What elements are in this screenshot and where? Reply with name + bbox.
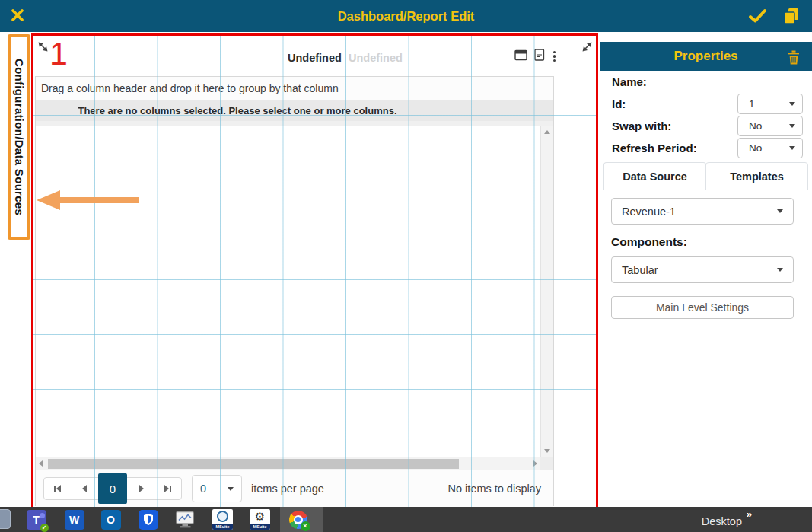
word-icon[interactable]: W xyxy=(64,509,84,530)
main-level-settings-button[interactable]: Main Level Settings xyxy=(611,296,794,319)
outlook-icon[interactable]: O xyxy=(100,509,121,530)
report-file-icon[interactable] xyxy=(534,49,545,64)
horizontal-scrollbar[interactable] xyxy=(36,457,540,470)
msuite-app-label: MSuite xyxy=(212,524,233,530)
next-page-icon[interactable] xyxy=(128,478,154,499)
sidebar-tab-configuration-data-sources[interactable]: Configuration/Data Sources xyxy=(8,34,30,240)
refresh-period-select[interactable]: No xyxy=(737,138,803,158)
copy-icon[interactable] xyxy=(782,7,800,28)
check-icon[interactable] xyxy=(748,8,767,27)
resize-ne-handle-icon[interactable] xyxy=(581,40,594,56)
system-monitor-icon[interactable] xyxy=(175,509,196,530)
caret-down-icon xyxy=(789,102,795,106)
component-title: Undefined xyxy=(288,52,342,64)
chrome-icon[interactable]: × xyxy=(288,509,308,530)
scroll-down-icon[interactable] xyxy=(544,449,550,453)
grid-pager: 0 0 items per page No items to display xyxy=(36,470,553,507)
first-page-icon[interactable] xyxy=(44,478,71,499)
items-per-page-label: items per page xyxy=(251,483,324,495)
teams-status-check: ✓ xyxy=(40,524,49,532)
pager-status: No items to display xyxy=(448,483,542,495)
field-row-refresh: Refresh Period: No xyxy=(600,137,812,159)
component-number-label: 1 xyxy=(49,36,68,72)
grid-group-hint: Drag a column header and drop it here to… xyxy=(41,82,339,94)
components-select[interactable]: Tabular xyxy=(611,256,794,283)
msuite-globe-logo xyxy=(217,511,228,522)
refresh-period-label: Refresh Period: xyxy=(612,142,697,155)
vertical-scrollbar[interactable] xyxy=(540,126,553,457)
text-caret xyxy=(387,51,387,64)
dashboard-component-1[interactable]: 1 Undefined Undefined Drag a column head… xyxy=(31,33,598,507)
properties-panel: Properties Name: Id: 1 Swap with: No Ref… xyxy=(600,32,812,507)
tab-templates[interactable]: Templates xyxy=(705,162,808,190)
components-value: Tabular xyxy=(622,264,658,276)
outlook-letter: O xyxy=(107,514,115,526)
swap-with-label: Swap with: xyxy=(612,119,671,132)
component-subtitle-placeholder[interactable]: Undefined xyxy=(349,52,403,64)
field-row-id: Id: 1 xyxy=(600,93,812,115)
close-icon[interactable] xyxy=(10,8,25,26)
window-icon[interactable] xyxy=(514,49,527,64)
bitwarden-icon[interactable] xyxy=(138,509,158,530)
resize-nw-handle-icon[interactable] xyxy=(37,40,49,56)
word-letter: W xyxy=(69,514,79,526)
windows-taskbar: T ✓ W O MSuite ⚙ MSuite × » xyxy=(0,507,812,532)
kebab-menu-icon[interactable] xyxy=(552,50,557,63)
page-size-select[interactable]: 0 xyxy=(192,475,242,502)
teams-people-dot xyxy=(40,513,45,518)
caret-down-icon xyxy=(789,124,795,128)
properties-header: Properties xyxy=(600,42,812,71)
id-label: Id: xyxy=(612,97,626,110)
data-grid: Drag a column header and drop it here to… xyxy=(35,76,554,506)
properties-title: Properties xyxy=(600,49,812,64)
data-source-select[interactable]: Revenue-1 xyxy=(611,198,794,225)
data-source-value: Revenue-1 xyxy=(622,205,676,218)
grid-content-area xyxy=(36,126,553,457)
caret-down-icon xyxy=(228,487,234,491)
sidebar-tab-label: Configuration/Data Sources xyxy=(13,59,26,215)
page-title: Dashboard/Report Edit xyxy=(0,9,812,24)
caret-down-icon xyxy=(789,146,795,150)
scrollbar-corner xyxy=(540,457,553,470)
page-size-value: 0 xyxy=(200,483,206,495)
properties-tabstrip: Data Source Templates xyxy=(603,162,808,190)
app-partial-icon[interactable] xyxy=(0,509,11,529)
grid-group-drop-zone[interactable]: Drag a column header and drop it here to… xyxy=(36,77,553,100)
previous-page-icon[interactable] xyxy=(71,478,97,499)
tab-data-source[interactable]: Data Source xyxy=(603,162,706,190)
grid-no-columns-message: There are no columns selected. Please se… xyxy=(36,105,439,116)
swap-with-select[interactable]: No xyxy=(737,116,803,136)
show-desktop-label[interactable]: Desktop xyxy=(702,515,742,527)
scroll-left-icon[interactable] xyxy=(39,460,43,467)
field-row-swap: Swap with: No xyxy=(600,115,812,137)
field-row-name: Name: xyxy=(600,71,812,93)
msuite-settings-label: MSuite xyxy=(250,524,270,530)
grid-header-row: There are no columns selected. Please se… xyxy=(36,100,553,121)
teams-letter: T xyxy=(33,514,40,526)
components-label: Components: xyxy=(611,235,812,249)
horizontal-scroll-thumb[interactable] xyxy=(48,459,459,469)
scroll-right-icon[interactable] xyxy=(533,460,537,467)
id-select[interactable]: 1 xyxy=(737,94,803,114)
refresh-period-value: No xyxy=(749,142,762,154)
swap-with-value: No xyxy=(749,120,762,132)
caret-down-icon xyxy=(777,209,783,213)
taskbar-overflow-chevron[interactable]: » xyxy=(747,508,752,520)
msuite-app-icon[interactable]: MSuite xyxy=(212,509,233,530)
teams-icon[interactable]: T ✓ xyxy=(26,509,46,530)
gear-icon: ⚙ xyxy=(255,511,265,522)
id-value: 1 xyxy=(749,98,755,110)
last-page-icon[interactable] xyxy=(154,478,181,499)
current-page-button[interactable]: 0 xyxy=(98,473,127,504)
grid-filter-row xyxy=(36,121,553,126)
name-label: Name: xyxy=(612,75,647,88)
top-app-bar: Dashboard/Report Edit xyxy=(0,0,812,32)
scroll-up-icon[interactable] xyxy=(544,130,550,134)
left-arrow-annotation-icon xyxy=(37,190,140,214)
msuite-settings-icon[interactable]: ⚙ MSuite xyxy=(250,509,270,530)
caret-down-icon xyxy=(777,268,783,272)
trash-icon[interactable] xyxy=(787,49,801,68)
chrome-green-x-badge: × xyxy=(301,521,310,531)
